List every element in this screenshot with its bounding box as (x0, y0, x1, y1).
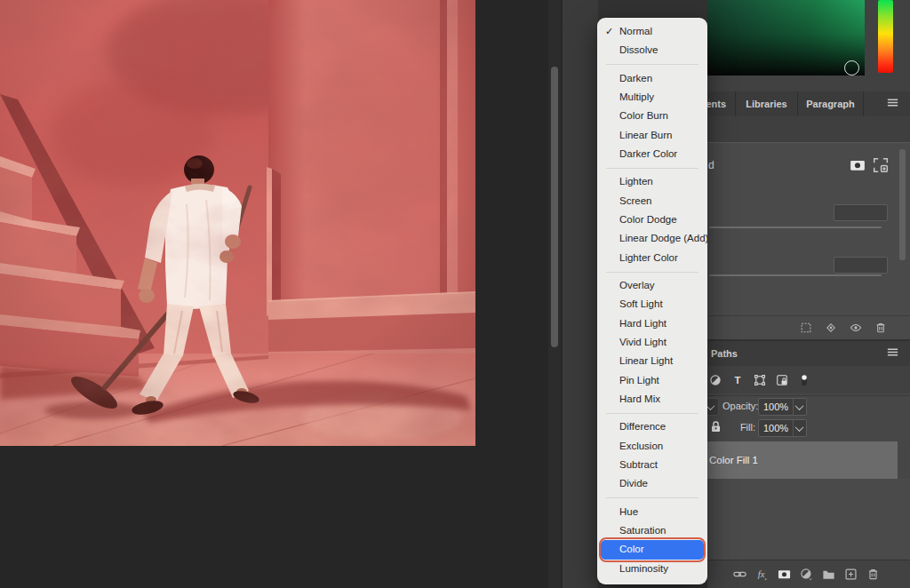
link-icon[interactable] (733, 568, 746, 581)
chevron-down-icon (795, 401, 804, 410)
menu-item-label: Divide (619, 478, 648, 489)
dock-left-edge (562, 0, 598, 588)
menu-item-linear-burn[interactable]: Linear Burn (597, 126, 707, 145)
menu-item-soft-light[interactable]: Soft Light (597, 295, 707, 314)
opacity-dropdown[interactable] (793, 399, 805, 415)
menu-item-label: Saturation (619, 525, 666, 536)
fill-value[interactable]: 100% (759, 423, 793, 433)
svg-text:T: T (735, 374, 741, 385)
menu-item-saturation[interactable]: Saturation (597, 521, 707, 540)
menu-item-divide[interactable]: Divide (597, 474, 707, 493)
opacity-label: Opacity: (722, 401, 758, 411)
menu-separator (606, 64, 698, 65)
tab-libraries[interactable]: Libraries (736, 91, 798, 116)
menu-item-label: Pin Light (619, 375, 659, 385)
tab-paragraph[interactable]: Paragraph (798, 91, 864, 116)
chevron-down-icon (706, 401, 715, 410)
menu-item-overlay[interactable]: Overlay (597, 276, 707, 295)
svg-text:fx: fx (758, 568, 765, 579)
hamburger-icon[interactable] (886, 96, 899, 109)
tab-paths[interactable]: Paths (711, 348, 738, 359)
delete-icon[interactable] (866, 568, 880, 581)
menu-item-subtract[interactable]: Subtract (597, 456, 707, 474)
document-vertical-scrollbar[interactable] (548, 0, 561, 588)
visibility-icon[interactable] (850, 322, 862, 334)
properties-scrollbar[interactable] (899, 149, 906, 260)
menu-item-label: Normal (619, 26, 652, 36)
menu-item-exclusion[interactable]: Exclusion (597, 437, 707, 456)
menu-item-hard-mix[interactable]: Hard Mix (597, 390, 707, 409)
selection-icon[interactable] (800, 322, 812, 334)
delete-icon[interactable] (874, 322, 887, 334)
fill-value-box[interactable]: 100% (758, 419, 807, 437)
add-vector-mask-icon[interactable] (873, 157, 889, 173)
menu-item-linear-dodge-add[interactable]: Linear Dodge (Add) (597, 229, 707, 248)
menu-item-darken[interactable]: Darken (597, 69, 707, 88)
feather-slider[interactable] (709, 274, 882, 276)
menu-item-label: Soft Light (619, 298, 663, 309)
apply-mask-icon[interactable] (825, 322, 837, 334)
menu-item-multiply[interactable]: Multiply (597, 88, 707, 107)
mask-icon[interactable] (778, 568, 791, 581)
menu-item-label: Darken (619, 73, 652, 83)
menu-item-luminosity[interactable]: Luminosity (597, 560, 707, 578)
checkmark-icon: ✓ (605, 22, 613, 41)
group-icon[interactable] (822, 568, 835, 581)
filter-shape-icon[interactable] (754, 374, 766, 386)
menu-item-label: Vivid Light (619, 337, 667, 347)
menu-item-label: Color (619, 544, 643, 554)
menu-separator (606, 413, 698, 414)
menu-item-label: Subtract (619, 459, 658, 470)
menu-item-pin-light[interactable]: Pin Light (597, 371, 707, 390)
filter-adjustment-icon[interactable] (709, 374, 722, 386)
fill-dropdown[interactable] (793, 420, 805, 436)
menu-item-dissolve[interactable]: Dissolve (597, 41, 707, 60)
menu-item-color-burn[interactable]: Color Burn (597, 107, 707, 125)
menu-item-label: Luminosity (619, 563, 668, 574)
feather-value-box[interactable] (834, 257, 888, 274)
opacity-value[interactable]: 100% (759, 401, 793, 412)
menu-item-darker-color[interactable]: Darker Color (597, 145, 707, 163)
canvas-photo (0, 0, 475, 446)
menu-item-normal[interactable]: ✓Normal (597, 22, 707, 41)
mask-icon[interactable] (850, 157, 866, 173)
menu-item-label: Color Dodge (619, 214, 677, 225)
menu-item-label: Hard Mix (619, 393, 660, 404)
color-field-cursor[interactable] (844, 60, 859, 75)
opacity-value-box[interactable]: 100% (758, 398, 807, 416)
filter-smart-object-icon[interactable] (776, 374, 788, 386)
menu-item-linear-light[interactable]: Linear Light (597, 352, 707, 370)
lock-icon[interactable] (709, 420, 722, 433)
hue-slider[interactable] (878, 0, 893, 73)
menu-item-lighter-color[interactable]: Lighter Color (597, 249, 707, 267)
menu-item-label: Exclusion (619, 441, 663, 451)
density-slider[interactable] (709, 226, 882, 228)
menu-item-label: Difference (619, 421, 666, 432)
filter-type-icon[interactable]: T (731, 374, 744, 386)
document-canvas[interactable] (0, 0, 475, 446)
layer-name: Color Fill 1 (709, 455, 758, 465)
scrollbar-thumb[interactable] (551, 67, 558, 347)
new-layer-icon[interactable] (844, 568, 858, 581)
menu-item-vivid-light[interactable]: Vivid Light (597, 333, 707, 352)
menu-item-label: Color Burn (619, 110, 668, 121)
menu-item-hue[interactable]: Hue (597, 503, 707, 521)
menu-item-hard-light[interactable]: Hard Light (597, 314, 707, 333)
fx-icon[interactable]: fx (755, 568, 769, 581)
menu-item-color-dodge[interactable]: Color Dodge (597, 211, 707, 229)
menu-item-difference[interactable]: Difference (597, 417, 707, 436)
menu-item-label: Lighter Color (619, 252, 678, 263)
chevron-down-icon (795, 423, 804, 432)
menu-separator (606, 272, 698, 273)
hamburger-icon[interactable] (886, 346, 899, 359)
menu-separator (606, 497, 698, 498)
density-value-box[interactable] (834, 204, 888, 221)
adjustment-icon[interactable] (800, 568, 813, 581)
menu-item-screen[interactable]: Screen (597, 192, 707, 211)
menu-item-label: Linear Dodge (Add) (619, 233, 708, 243)
menu-item-lighten[interactable]: Lighten (597, 172, 707, 191)
blend-mode-menu: ✓NormalDissolveDarkenMultiplyColor BurnL… (597, 18, 707, 584)
menu-item-label: Lighten (619, 176, 653, 187)
filter-toggle-icon[interactable] (798, 374, 810, 386)
menu-item-color[interactable]: Color (601, 540, 704, 559)
